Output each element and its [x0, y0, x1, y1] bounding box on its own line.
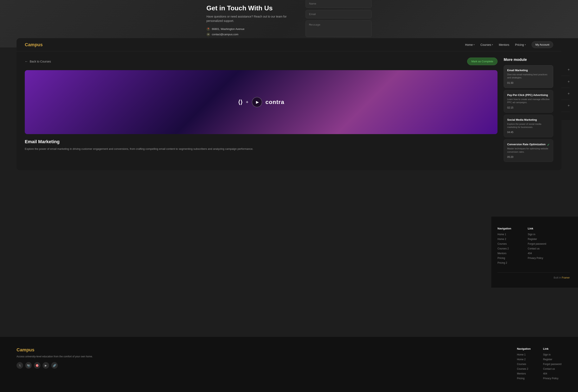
footer-brand: Campus Access university-level education…: [16, 347, 505, 369]
page-wrapper: Get in Touch With Us Have questions or n…: [0, 0, 578, 392]
contact-email-row: ✉ contact@campus.com: [206, 33, 289, 36]
footer-link-item-register[interactable]: Register: [543, 358, 562, 361]
module-item-2[interactable]: Social Media Marketing Explore the power…: [504, 115, 553, 137]
faq-expand-icon-2: +: [568, 92, 570, 96]
twitter-icon[interactable]: 𝕏: [16, 362, 23, 369]
courses-chevron-icon: ▾: [492, 44, 493, 46]
contact-title: Get in Touch With Us: [206, 4, 289, 12]
faq-expand-icon-1: +: [568, 80, 570, 84]
footer-nav-column: Navigation Home 1 Home 2 Courses Courses…: [517, 347, 530, 382]
location-icon: 📍: [206, 27, 210, 31]
video-player[interactable]: ⟨⟩ + ▶ contra: [25, 70, 497, 134]
module-duration-2: 04:45: [507, 131, 550, 134]
footer-link-forgot[interactable]: Forgot password: [528, 242, 546, 245]
course-area: ← Back to Courses Mark as Complete ⟨⟩ + …: [16, 51, 562, 170]
footer-nav-item-courses[interactable]: Courses: [517, 363, 530, 366]
nav-mentors[interactable]: Mentors: [499, 43, 509, 46]
modules-panel: More module Email Marketing Dive into em…: [504, 58, 553, 164]
module-duration-0: 01:30: [507, 82, 550, 84]
my-account-button[interactable]: My Account: [531, 41, 553, 48]
built-in-text: Built in Framer: [554, 276, 570, 279]
footer-nav-pricing[interactable]: Pricing: [497, 257, 511, 260]
contact-name-input[interactable]: [305, 0, 372, 8]
footer-nav-mentors[interactable]: Mentors: [497, 252, 511, 255]
main-course-card: Campus Home ▾ Courses ▾ Mentors Pricing …: [16, 38, 562, 170]
play-button[interactable]: ▶: [252, 97, 262, 107]
faq-expand-icon-0: +: [568, 68, 570, 72]
course-description: Explore the power of email marketing in …: [25, 147, 497, 151]
footer-link-item-404[interactable]: 404: [543, 372, 562, 375]
framer-logo: ⟨⟩: [238, 99, 242, 106]
footer-nav-item-mentors[interactable]: Mentors: [517, 372, 530, 375]
nav-courses[interactable]: Courses ▾: [480, 43, 493, 46]
tiktok-icon[interactable]: 🎯: [34, 362, 41, 369]
play-triangle-icon: ▶: [256, 100, 259, 104]
footer-link-privacy[interactable]: Privacy Policy: [528, 257, 546, 260]
footer-link-col: Link Sign in Register Forgot password Co…: [528, 227, 546, 266]
course-left-panel: ← Back to Courses Mark as Complete ⟨⟩ + …: [25, 58, 497, 164]
nav-pricing[interactable]: Pricing ▾: [515, 43, 526, 46]
footer-nav-item-home1[interactable]: Home 1: [517, 353, 530, 356]
course-title: Email Marketing: [25, 139, 497, 144]
plus-icon: +: [246, 99, 248, 105]
footer-link-contact[interactable]: Contact us: [528, 247, 546, 250]
module-title-1: Pay-Per-Click (PPC) Advertising: [507, 93, 550, 96]
footer-nav-item-pricing[interactable]: Pricing: [517, 377, 530, 380]
back-arrow-icon: ←: [25, 60, 28, 63]
pricing-chevron-icon: ▾: [525, 44, 526, 46]
footer-links-column: Link Sign in Register Forgot password Co…: [543, 347, 562, 382]
contact-subtitle: Have questions or need assistance? Reach…: [206, 14, 289, 23]
footer-nav-courses[interactable]: Courses: [497, 242, 511, 245]
footer-nav-col: Navigation Home 1 Home 2 Courses Courses…: [497, 227, 511, 266]
nav-logo: Campus: [25, 42, 43, 47]
modules-title: More module: [504, 58, 553, 62]
footer-nav-home1[interactable]: Home 1: [497, 233, 511, 236]
module-title-3: Conversion Rate Optimization: [507, 143, 550, 146]
footer-nav-heading: Navigation: [517, 347, 530, 350]
instagram-icon[interactable]: 📷: [25, 362, 32, 369]
footer-link-item-privacy[interactable]: Privacy Policy: [543, 377, 562, 380]
module-title-2: Social Media Marketing: [507, 118, 550, 121]
footer-link-item-signin[interactable]: Sign in: [543, 353, 562, 356]
youtube-icon[interactable]: ▶: [43, 362, 49, 369]
faq-expand-icon-3: +: [568, 104, 570, 108]
mark-complete-button[interactable]: Mark as Complete: [467, 58, 497, 65]
linkedin-icon[interactable]: 🔗: [51, 362, 58, 369]
footer-nav-item-home2[interactable]: Home 2: [517, 358, 530, 361]
module-item-3[interactable]: ✓ Conversion Rate Optimization Master te…: [504, 139, 553, 162]
video-content: ⟨⟩ + ▶ contra: [238, 97, 284, 107]
footer-link-register[interactable]: Register: [528, 238, 546, 241]
module-title-0: Email Marketing: [507, 69, 550, 72]
footer-nav-item-courses2[interactable]: Courses 2: [517, 367, 530, 370]
back-to-courses-link[interactable]: ← Back to Courses: [25, 60, 51, 63]
footer-link-signin[interactable]: Sign in: [528, 233, 546, 236]
contact-address: 66801, Washington Avenue: [212, 27, 244, 31]
footer-link-heading: Link: [528, 227, 546, 230]
footer-link-item-forgot[interactable]: Forgot password: [543, 363, 562, 366]
contact-email: contact@campus.com: [212, 33, 239, 36]
footer-right-columns: Navigation Home 1 Home 2 Courses Courses…: [497, 227, 570, 266]
social-icons-row: 𝕏 📷 🎯 ▶ 🔗: [16, 362, 505, 369]
main-footer: Campus Access university-level education…: [0, 337, 578, 392]
footer-nav-pricing2[interactable]: Pricing 2: [497, 261, 511, 264]
contact-address-row: 📍 66801, Washington Avenue: [206, 27, 289, 31]
footer-nav-home2[interactable]: Home 2: [497, 238, 511, 241]
check-icon: ✓: [547, 143, 550, 147]
nav-links: Home ▾ Courses ▾ Mentors Pricing ▾ My Ac…: [465, 41, 553, 48]
footer-nav-courses2[interactable]: Courses 2: [497, 247, 511, 250]
nav-home[interactable]: Home ▾: [465, 43, 475, 46]
email-icon: ✉: [206, 33, 210, 36]
footer-link-404[interactable]: 404: [528, 252, 546, 255]
footer-navigation-heading: Navigation: [497, 227, 511, 230]
contact-message-input[interactable]: [305, 20, 372, 37]
footer-links-heading: Link: [543, 347, 562, 350]
contra-logo: contra: [265, 99, 285, 105]
footer-tagline: Access university-level education from t…: [16, 355, 505, 358]
module-desc-1: Learn how to create and manage effective…: [507, 98, 550, 104]
module-item-1[interactable]: Pay-Per-Click (PPC) Advertising Learn ho…: [504, 90, 553, 113]
module-desc-2: Explore the power of social media market…: [507, 123, 550, 129]
module-item-0[interactable]: Email Marketing Dive into email marketin…: [504, 65, 553, 88]
module-duration-1: 02:15: [507, 106, 550, 109]
footer-link-item-contact[interactable]: Contact us: [543, 367, 562, 370]
contact-email-input[interactable]: [305, 10, 372, 18]
